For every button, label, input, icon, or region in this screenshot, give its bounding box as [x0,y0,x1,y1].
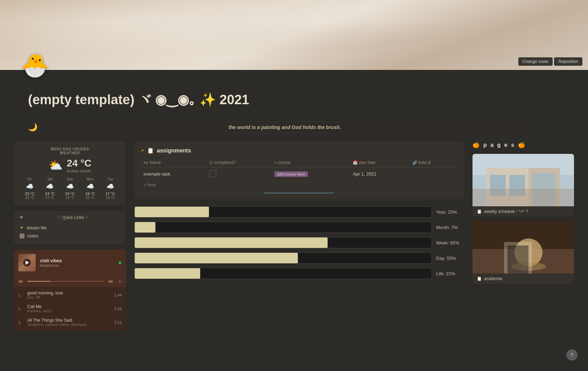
page-card-academia[interactable]: 📋 academia [472,221,574,284]
track-artist: tysu, tiffi [27,295,111,299]
progress-label: Year: 25% [436,209,464,215]
quick-links-header[interactable]: ♡ Quick Links ♡ [20,215,120,220]
page-content: 🐣 (empty template) ヾ ◉‿◉｡ ✨ 2021 🌙 the w… [0,70,588,371]
track-list: 1 good morning, love tysu, tiffi 1:44 2 … [14,287,126,330]
forecast-low: 15 °C [20,196,40,200]
card-label-academia: 📋 academia [472,273,574,284]
col-name: AaName [140,158,206,167]
progress-row: Week: 65% [134,237,464,248]
forecast-day: Sun ☁️ 24 °C 14 °C [60,177,80,200]
table-row: exemple task add course here Apr 1, 2021 [140,167,458,180]
forecast-low: 14 °C [60,196,80,200]
pages-icon-left: 🍊 [472,142,481,148]
track-info: Call Me Rainlord., keshi [27,304,111,313]
track-name: Call Me [27,304,111,309]
middle-column: ↗ 📋 assignments AaName ☑completed? ≡cour… [134,142,464,330]
music-progress[interactable] [27,281,104,282]
share-button[interactable]: ⊹ [118,278,122,284]
page-header: (empty template) ヾ ◉‿◉｡ ✨ 2021 [0,70,588,121]
forecast-icon: ☁️ [40,183,60,190]
music-header: chill vibes Akakitsune ● [14,250,126,276]
track-item[interactable]: 1 good morning, love tysu, tiffi 1:44 [14,288,126,302]
star-icon: ✦ [20,225,24,230]
course-tag: add course here [274,171,308,177]
quick-link-notes[interactable]: notes [20,232,120,240]
storefront-svg [472,154,574,206]
play-button[interactable] [23,259,31,266]
completed-checkbox[interactable] [209,170,216,177]
pages-title: p a g e s [483,142,515,148]
section-arrow-icon[interactable]: ↗ [140,148,144,154]
task-completed[interactable] [206,167,271,180]
card-label-weekly: 📋 weekly schedule ˢ °⌖° ? [472,206,574,217]
quick-link-dream-life[interactable]: ✦ dream life [20,223,120,232]
progress-fill [135,253,298,263]
cafe-svg [472,221,574,273]
forecast-high: 24 °C [60,192,80,196]
progress-fill [135,268,200,279]
quick-link-label: dream life [27,225,47,230]
forecast-low: 13 °C [40,196,60,200]
track-info: good morning, love tysu, tiffi [27,291,111,299]
next-button[interactable]: ⏭ [108,278,113,284]
section-header: ↗ 📋 assignments [140,147,458,154]
forecast-low: 15 °C [80,196,100,200]
change-cover-button[interactable]: Change cover [518,57,553,66]
page-card-image-storefront [472,154,574,206]
assignments-section: ↗ 📋 assignments AaName ☑completed? ≡cour… [134,142,464,199]
reposition-button[interactable]: Reposition [554,57,582,66]
forecast-high: 17 °C [100,192,120,196]
music-title: chill vibes [40,258,114,263]
forecast-high: 24 °C [80,192,100,196]
help-button[interactable]: ? [566,349,578,361]
music-info: chill vibes Akakitsune [40,258,114,267]
weather-forecast: Fri ☁️ 23 °C 15 °C Sat ☁️ 24 °C 13 °C Su… [20,177,120,200]
card-icon: 📋 [477,276,482,281]
track-name: good morning, love [27,291,111,295]
weather-widget: MOGI DAS CRUZES WEATHER ⛅ 24 °C broken c… [14,142,126,205]
box-icon [20,234,24,238]
progress-fill [135,207,209,217]
track-number: 3 [18,320,24,324]
weather-desc: broken clouds [67,169,91,173]
moon-icon: 🌙 [28,123,37,132]
svg-rect-13 [507,245,528,273]
forecast-day-name: Sun [60,177,80,181]
pages-icon-right: 🍊 [518,142,526,148]
pages-header: 🍊 p a g e s 🍊 [472,142,574,148]
progress-fill [135,222,155,233]
forecast-day-name: Sat [40,177,60,181]
track-duration: 1:44 [114,293,122,297]
progress-label: Day: 55% [436,256,464,261]
forecast-high: 23 °C [20,192,40,196]
main-layout: MOGI DAS CRUZES WEATHER ⛅ 24 °C broken c… [0,142,588,344]
card-icon: 📋 [477,209,482,214]
progress-row: Life: 22% [134,268,464,279]
progress-track [134,206,432,217]
page-card-weekly-schedule[interactable]: 📋 weekly schedule ˢ °⌖° ? [472,154,574,217]
scrollbar [264,192,334,194]
right-column: 🍊 p a g e s 🍊 [472,142,574,330]
progress-track [134,268,432,279]
task-name: exemple task [140,167,206,180]
task-course: add course here [271,167,349,180]
collapse-icon [20,216,23,219]
col-completed: ☑completed? [206,158,271,167]
quick-link-label: notes [27,233,38,238]
forecast-day-name: Mon [80,177,100,181]
new-button[interactable]: + New [140,180,458,190]
cover-buttons: Change cover Reposition [518,57,582,66]
forecast-day-name: Tue [100,177,120,181]
track-item[interactable]: 2 Call Me Rainlord., keshi 2:24 [14,302,126,315]
track-info: All The Things She Said Seraphine, Jasmi… [27,318,111,327]
track-artist: Seraphine, Jasmine Clarke, Absofacto [27,323,111,327]
forecast-day: Tue ☁️ 17 °C 16 °C [100,177,120,200]
col-course: ≡course [271,158,349,167]
weather-temp: 24 °C [67,158,91,169]
album-art [18,254,36,271]
forecast-day-name: Fri [20,177,40,181]
forecast-low: 16 °C [100,196,120,200]
quote-text: the world is a painting and God holds th… [37,121,532,133]
track-item[interactable]: 3 All The Things She Said Seraphine, Jas… [14,315,126,329]
prev-button[interactable]: ⏮ [18,278,23,284]
